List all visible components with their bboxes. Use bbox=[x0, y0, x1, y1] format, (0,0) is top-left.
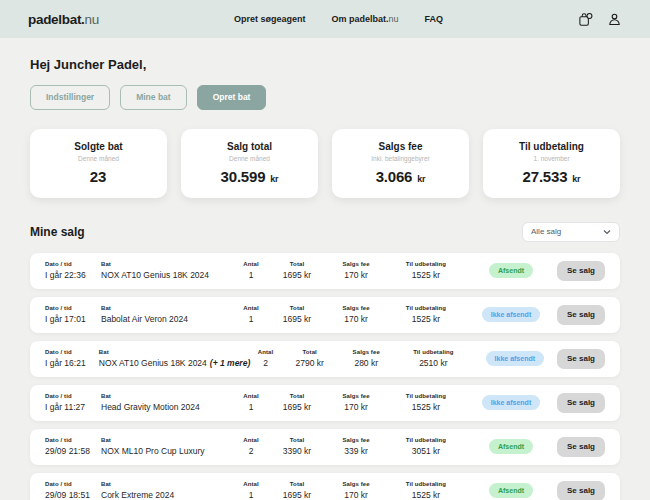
qty-value: 1 bbox=[235, 402, 267, 412]
chevron-down-icon bbox=[603, 229, 611, 235]
action-buttons: Indstillinger Mine bat Opret bat bbox=[30, 85, 620, 110]
stat-card-solgte-bat: Solgte bat Denne måned 23 bbox=[30, 129, 167, 198]
cell-action: Se salg bbox=[555, 305, 605, 325]
sale-row: Dato / tid 29/09 18:51 Bat Cork Extreme … bbox=[30, 473, 620, 500]
column-label-fee: Salgs fee bbox=[327, 393, 385, 399]
column-label-bat: Bat bbox=[101, 481, 235, 487]
fee-value: 170 kr bbox=[327, 402, 385, 412]
cart-icon[interactable] bbox=[578, 11, 594, 27]
see-sale-button[interactable]: Se salg bbox=[557, 437, 605, 457]
nav-item-opret-sogeagent[interactable]: Opret søgeagent bbox=[234, 14, 306, 24]
main-nav: Opret søgeagent Om padelbat.nu FAQ bbox=[99, 14, 578, 24]
column-label-bat: Bat bbox=[99, 349, 250, 355]
cell-action: Se salg bbox=[557, 349, 605, 369]
see-sale-button[interactable]: Se salg bbox=[557, 349, 605, 369]
column-label-total: Total bbox=[281, 349, 339, 355]
cell-total: Total 1695 kr bbox=[267, 261, 327, 280]
stat-subtitle: Denne måned bbox=[187, 155, 312, 162]
column-label-fee: Salgs fee bbox=[327, 481, 385, 487]
total-value: 3390 kr bbox=[267, 446, 327, 456]
column-label-date: Dato / tid bbox=[45, 261, 99, 267]
stat-subtitle: 1. november bbox=[489, 155, 614, 162]
column-label-payout: Til udbetaling bbox=[394, 349, 473, 355]
cell-status: Ikke afsendt bbox=[473, 351, 557, 366]
column-label-total: Total bbox=[267, 393, 327, 399]
total-value: 2790 kr bbox=[281, 358, 339, 368]
cell-status: Ikke afsendt bbox=[467, 307, 555, 322]
cell-bat: Bat NOX AT10 Genius 18K 2024(+ 1 mere) bbox=[97, 349, 250, 368]
sales-section-header: Mine salg Alle salg bbox=[30, 222, 620, 242]
payout-value: 1525 kr bbox=[385, 270, 467, 280]
cell-date: Dato / tid 29/09 18:51 bbox=[45, 481, 99, 500]
stat-title: Solgte bat bbox=[36, 141, 161, 152]
column-label-fee: Salgs fee bbox=[327, 437, 385, 443]
column-label-payout: Til udbetaling bbox=[385, 481, 467, 487]
bat-extra: (+ 1 mere) bbox=[210, 358, 250, 368]
main-content: Hej Juncher Padel, Indstillinger Mine ba… bbox=[0, 57, 650, 500]
cell-qty: Antal 1 bbox=[235, 261, 267, 280]
nav-item-om-padelbat[interactable]: Om padelbat.nu bbox=[331, 14, 398, 24]
bat-value: NOX AT10 Genius 18K 2024 bbox=[101, 270, 235, 280]
column-label-fee: Salgs fee bbox=[327, 261, 385, 267]
sales-list: Dato / tid I går 22:36 Bat NOX AT10 Geni… bbox=[30, 253, 620, 500]
column-label-total: Total bbox=[267, 437, 327, 443]
fee-value: 170 kr bbox=[327, 314, 385, 324]
column-label-qty: Antal bbox=[235, 393, 267, 399]
status-badge: Ikke afsendt bbox=[482, 395, 540, 410]
total-value: 1695 kr bbox=[267, 270, 327, 280]
column-label-total: Total bbox=[267, 261, 327, 267]
cell-status: Afsendt bbox=[467, 263, 555, 278]
see-sale-button[interactable]: Se salg bbox=[557, 481, 605, 500]
qty-value: 1 bbox=[235, 490, 267, 500]
stat-title: Salgs fee bbox=[338, 141, 463, 152]
column-label-total: Total bbox=[267, 305, 327, 311]
header-icons bbox=[578, 11, 622, 27]
stat-subtitle: Inkl. betalinggebyrer bbox=[338, 155, 463, 162]
greeting-text: Hej Juncher Padel, bbox=[30, 57, 620, 72]
column-label-date: Dato / tid bbox=[45, 481, 99, 487]
cell-date: Dato / tid 29/09 21:58 bbox=[45, 437, 99, 456]
stat-card-salg-total: Salg total Denne måned 30.599 kr bbox=[181, 129, 318, 198]
column-label-payout: Til udbetaling bbox=[385, 393, 467, 399]
column-label-payout: Til udbetaling bbox=[385, 261, 467, 267]
column-label-qty: Antal bbox=[235, 481, 267, 487]
qty-value: 2 bbox=[250, 358, 281, 368]
cart-badge bbox=[587, 13, 592, 18]
cell-payout: Til udbetaling 3051 kr bbox=[385, 437, 467, 456]
sales-filter-dropdown[interactable]: Alle salg bbox=[522, 222, 620, 242]
column-label-payout: Til udbetaling bbox=[385, 305, 467, 311]
stat-title: Til udbetaling bbox=[489, 141, 614, 152]
settings-button[interactable]: Indstillinger bbox=[30, 85, 110, 110]
nav-item-faq[interactable]: FAQ bbox=[425, 14, 444, 24]
bat-value: Head Gravity Motion 2024 bbox=[101, 402, 235, 412]
create-bat-button[interactable]: Opret bat bbox=[197, 85, 267, 110]
cell-bat: Bat NOX AT10 Genius 18K 2024 bbox=[99, 261, 235, 280]
fee-value: 280 kr bbox=[338, 358, 394, 368]
cell-bat: Bat Babolat Air Veron 2024 bbox=[99, 305, 235, 324]
my-bats-button[interactable]: Mine bat bbox=[120, 85, 186, 110]
see-sale-button[interactable]: Se salg bbox=[557, 305, 605, 325]
see-sale-button[interactable]: Se salg bbox=[557, 261, 605, 281]
logo-bold: padelbat. bbox=[28, 12, 85, 27]
stats-cards: Solgte bat Denne måned 23 Salg total Den… bbox=[30, 129, 620, 198]
stat-value: 27.533 kr bbox=[489, 168, 614, 185]
total-value: 1695 kr bbox=[267, 314, 327, 324]
column-label-date: Dato / tid bbox=[45, 393, 99, 399]
column-label-total: Total bbox=[267, 481, 327, 487]
logo[interactable]: padelbat.nu bbox=[28, 12, 99, 27]
sale-row: Dato / tid I går 16:21 Bat NOX AT10 Geni… bbox=[30, 341, 620, 377]
fee-value: 170 kr bbox=[327, 270, 385, 280]
see-sale-button[interactable]: Se salg bbox=[557, 393, 605, 413]
cell-payout: Til udbetaling 1525 kr bbox=[385, 481, 467, 500]
column-label-qty: Antal bbox=[235, 437, 267, 443]
cell-status: Afsendt bbox=[467, 483, 555, 498]
sale-row: Dato / tid 29/09 21:58 Bat NOX ML10 Pro … bbox=[30, 429, 620, 465]
sales-filter-value: Alle salg bbox=[531, 227, 561, 236]
cell-action: Se salg bbox=[555, 393, 605, 413]
cell-action: Se salg bbox=[555, 437, 605, 457]
cell-qty: Antal 1 bbox=[235, 481, 267, 500]
column-label-bat: Bat bbox=[101, 437, 235, 443]
user-icon[interactable] bbox=[606, 11, 622, 27]
cell-total: Total 3390 kr bbox=[267, 437, 327, 456]
payout-value: 2510 kr bbox=[394, 358, 473, 368]
